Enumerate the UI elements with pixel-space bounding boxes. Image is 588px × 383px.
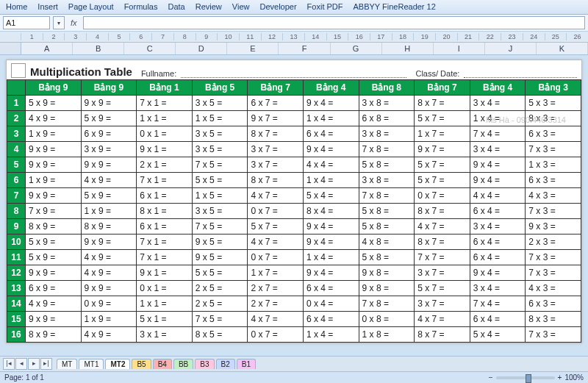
table-cell[interactable]: 2 x 3 = (526, 235, 581, 250)
table-cell[interactable]: 8 x 9 = (81, 219, 137, 235)
table-cell[interactable]: 0 x 8 = (359, 312, 415, 327)
table-cell[interactable]: 4 x 8 = (359, 235, 415, 250)
table-cell[interactable]: 5 x 4 = (470, 327, 526, 343)
table-cell[interactable]: 0 x 1 = (137, 281, 193, 296)
table-cell[interactable]: 4 x 9 = (81, 265, 137, 281)
ribbon-tab[interactable]: Review (196, 2, 222, 11)
table-cell[interactable]: 5 x 8 = (359, 157, 415, 173)
tab-nav-button[interactable]: |◂ (3, 358, 15, 370)
table-cell[interactable]: 6 x 3 = (526, 173, 581, 188)
ribbon-tab[interactable]: Insert (37, 2, 58, 11)
table-cell[interactable]: 8 x 9 = (26, 219, 82, 235)
name-box[interactable]: A1 (3, 16, 50, 29)
table-cell[interactable]: 5 x 9 = (81, 111, 137, 126)
column-header[interactable]: E (227, 43, 279, 54)
ribbon-tab[interactable]: Page Layout (68, 2, 114, 11)
table-cell[interactable]: 9 x 9 = (26, 188, 82, 204)
table-cell[interactable]: 8 x 5 = (192, 327, 248, 343)
table-cell[interactable]: 7 x 5 = (192, 312, 248, 327)
table-cell[interactable]: 6 x 4 = (470, 312, 526, 327)
table-cell[interactable]: 7 x 9 = (26, 204, 82, 219)
table-cell[interactable]: 9 x 9 = (26, 157, 82, 173)
table-cell[interactable]: 9 x 9 = (81, 157, 137, 173)
sheet-tab[interactable]: B2 (216, 359, 235, 369)
table-cell[interactable]: 4 x 3 = (526, 281, 581, 296)
table-cell[interactable]: 9 x 1 = (137, 142, 193, 157)
table-cell[interactable]: 5 x 7 = (415, 173, 470, 188)
table-cell[interactable]: 9 x 8 = (359, 281, 415, 296)
table-cell[interactable]: 1 x 8 = (359, 327, 415, 343)
table-cell[interactable]: 6 x 1 = (137, 219, 193, 235)
table-cell[interactable]: 9 x 4 = (470, 157, 526, 173)
table-cell[interactable]: 4 x 7 = (248, 312, 304, 327)
table-cell[interactable]: 0 x 7 = (248, 250, 304, 265)
table-cell[interactable]: 7 x 4 = (470, 126, 526, 142)
table-cell[interactable]: 5 x 8 = (359, 219, 415, 235)
table-cell[interactable]: 3 x 5 = (192, 142, 248, 157)
table-cell[interactable]: 5 x 7 = (415, 111, 470, 126)
table-cell[interactable]: 3 x 4 = (470, 96, 526, 111)
table-cell[interactable]: 1 x 1 = (137, 111, 193, 126)
zoom-out-icon[interactable]: − (489, 373, 493, 382)
table-cell[interactable]: 7 x 3 = (526, 327, 581, 343)
table-cell[interactable]: 4 x 7 = (415, 312, 470, 327)
table-cell[interactable]: 3 x 1 = (137, 327, 193, 343)
table-cell[interactable]: 1 x 4 = (303, 173, 359, 188)
table-cell[interactable]: 5 x 9 = (81, 188, 137, 204)
table-cell[interactable]: 6 x 1 = (137, 188, 193, 204)
sheet-tab[interactable]: BB (173, 359, 193, 369)
table-cell[interactable]: 2 x 7 = (248, 281, 304, 296)
table-cell[interactable]: 6 x 3 = (526, 126, 581, 142)
table-cell[interactable]: 3 x 5 = (192, 204, 248, 219)
table-cell[interactable]: 7 x 3 = (526, 265, 581, 281)
table-cell[interactable]: 8 x 9 = (26, 327, 82, 343)
table-cell[interactable]: 2 x 5 = (192, 296, 248, 312)
table-cell[interactable]: 8 x 1 = (137, 204, 193, 219)
sheet-tab[interactable]: B5 (132, 359, 151, 369)
table-cell[interactable]: 3 x 7 = (415, 265, 470, 281)
tab-nav-button[interactable]: ◂ (15, 358, 27, 370)
column-header[interactable]: F (279, 43, 330, 54)
table-cell[interactable]: 0 x 7 = (415, 188, 470, 204)
table-cell[interactable]: 9 x 7 = (415, 142, 470, 157)
table-cell[interactable]: 4 x 7 = (248, 188, 304, 204)
table-cell[interactable]: 1 x 9 = (81, 312, 137, 327)
table-cell[interactable]: 1 x 1 = (137, 296, 193, 312)
table-cell[interactable]: 7 x 8 = (359, 142, 415, 157)
table-cell[interactable]: 5 x 7 = (415, 281, 470, 296)
table-cell[interactable]: 1 x 9 = (81, 204, 137, 219)
table-cell[interactable]: 1 x 4 = (303, 111, 359, 126)
table-cell[interactable]: 4 x 9 = (81, 250, 137, 265)
table-cell[interactable]: 5 x 9 = (26, 250, 82, 265)
table-cell[interactable]: 4 x 7 = (415, 219, 470, 235)
table-cell[interactable]: 1 x 5 = (192, 111, 248, 126)
table-cell[interactable]: 6 x 9 = (81, 126, 137, 142)
table-cell[interactable]: 8 x 7 = (248, 126, 304, 142)
table-cell[interactable]: 3 x 7 = (248, 157, 304, 173)
table-cell[interactable]: 5 x 5 = (192, 173, 248, 188)
ribbon-tab[interactable]: Formulas (124, 2, 158, 11)
table-cell[interactable]: 1 x 4 = (303, 327, 359, 343)
table-cell[interactable]: 3 x 9 = (81, 142, 137, 157)
table-cell[interactable]: 9 x 7 = (248, 111, 304, 126)
table-cell[interactable]: 1 x 4 = (303, 250, 359, 265)
table-cell[interactable]: 3 x 8 = (359, 96, 415, 111)
table-cell[interactable]: 4 x 7 = (248, 235, 304, 250)
ribbon-tab[interactable]: Data (168, 2, 184, 11)
table-cell[interactable]: 7 x 3 = (526, 142, 581, 157)
ribbon-tab[interactable]: Developer (259, 2, 296, 11)
table-cell[interactable]: 8 x 7 = (415, 235, 470, 250)
table-cell[interactable]: 6 x 3 = (526, 296, 581, 312)
table-cell[interactable]: 7 x 7 = (415, 250, 470, 265)
table-cell[interactable]: 9 x 4 = (303, 219, 359, 235)
table-cell[interactable]: 3 x 4 = (470, 142, 526, 157)
column-header[interactable]: A (21, 43, 73, 54)
table-cell[interactable]: 3 x 8 = (359, 173, 415, 188)
table-cell[interactable]: 6 x 4 = (303, 126, 359, 142)
table-cell[interactable]: 3 x 7 = (248, 142, 304, 157)
table-cell[interactable]: 9 x 5 = (192, 250, 248, 265)
table-cell[interactable]: 3 x 7 = (415, 296, 470, 312)
column-header[interactable]: C (124, 43, 176, 54)
column-header[interactable]: D (176, 43, 227, 54)
table-cell[interactable]: 2 x 7 = (248, 296, 304, 312)
